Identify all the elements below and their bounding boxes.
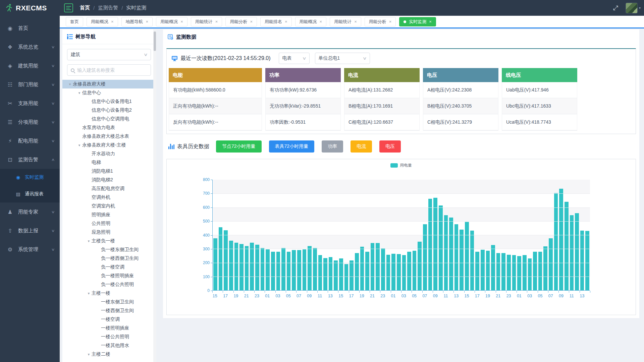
sidebar-item-配电用能[interactable]: ⚡配电用能∨ [0,131,60,150]
usage-bar[interactable] [413,251,417,290]
sidebar-item-系统总览[interactable]: ❖系统总览∨ [0,38,60,56]
usage-bar[interactable] [276,252,280,291]
tree-node-公共照明[interactable]: 公共照明 [62,219,156,228]
sidebar-item-部门用能[interactable]: ☷部门用能∨ [0,75,60,94]
usage-bar[interactable] [287,252,291,291]
usage-bar[interactable] [465,222,469,290]
tree-node-应急照明[interactable]: 应急照明 [62,228,156,237]
meter-type-select[interactable]: 电表 ∨ [279,53,310,64]
usage-bar[interactable] [213,238,217,290]
usage-bar[interactable] [329,257,333,290]
usage-bar[interactable] [371,243,375,290]
tree-expand-caret-icon[interactable]: ▾ [86,352,92,357]
tree-expand-caret-icon[interactable]: ▾ [76,91,82,95]
tree-node-空调外机[interactable]: 空调外机 [62,193,156,202]
usage-bar[interactable] [229,241,233,291]
usage-bar[interactable] [496,253,500,290]
usage-bar[interactable] [554,193,558,290]
tree-node-信息中心设备用电2[interactable]: 信息中心设备用电2 [62,106,156,115]
tree-expand-caret-icon[interactable]: ▾ [67,82,73,86]
tree-node-消防电梯2[interactable]: 消防电梯2 [62,176,156,184]
tab-用能概况[interactable]: 用能概况× [87,17,118,26]
tree-node-电梯[interactable]: 电梯 [62,158,156,167]
sidebar-subitem-实时监测[interactable]: ◉实时监测 [0,169,60,186]
tree-node-空调室内机[interactable]: 空调室内机 [62,202,156,210]
usage-bar[interactable] [360,247,364,290]
tab-close-icon[interactable]: × [250,19,253,24]
usage-bar[interactable] [323,258,327,290]
tab-地图导航[interactable]: 地图导航× [121,17,153,26]
tab-close-icon[interactable]: × [111,19,114,24]
tab-close-icon[interactable]: × [429,19,432,24]
usage-bar[interactable] [549,238,553,290]
tab-实时监测[interactable]: 实时监测× [399,17,436,26]
usage-bar[interactable] [350,260,354,290]
usage-bar[interactable] [407,252,411,291]
tab-close-icon[interactable]: × [389,19,392,24]
usage-bar[interactable] [470,231,474,290]
usage-bar[interactable] [517,256,521,290]
tree-node-主楼负一楼[interactable]: ▾主楼负一楼 [62,237,156,245]
avatar[interactable] [626,3,638,13]
sidebar-item-用能专家[interactable]: ♟用能专家∨ [0,202,60,221]
tree-node-负一楼西侧卫生间[interactable]: 负一楼西侧卫生间 [62,254,156,263]
tree-expand-caret-icon[interactable]: ▾ [86,239,92,243]
tree-node-照明插座[interactable]: 照明插座 [62,210,156,219]
history-button-功率[interactable]: 功率 [322,140,343,153]
tree-scrollbar[interactable] [153,29,156,362]
usage-bar[interactable] [460,230,464,290]
tab-用能概况[interactable]: 用能概况× [295,17,327,26]
sidebar-item-支路用能[interactable]: ✂支路用能∨ [0,94,60,113]
tree-scrollbar-thumb[interactable] [154,32,156,51]
usage-bar[interactable] [575,213,579,290]
history-button-电流[interactable]: 电流 [351,140,372,153]
usage-bar[interactable] [501,253,505,290]
building-category-select[interactable]: 建筑 ∨ [67,49,151,60]
tab-close-icon[interactable]: × [180,19,183,24]
usage-bar[interactable] [297,250,301,290]
collapse-menu-icon[interactable] [64,3,73,12]
tab-close-icon[interactable]: × [285,19,287,24]
tab-用能概况[interactable]: 用能概况× [156,17,187,26]
usage-bar[interactable] [454,224,459,290]
usage-bar[interactable] [245,246,249,290]
tree-node-信息中心空调用电[interactable]: 信息中心空调用电 [62,115,156,123]
usage-bar[interactable] [559,189,563,290]
breadcrumb-item[interactable]: 首页 [80,5,90,11]
tab-close-icon[interactable]: × [354,19,357,24]
sidebar-item-数据上报[interactable]: ⇧数据上报∨ [0,221,60,240]
usage-bar[interactable] [281,248,285,290]
history-button-电压[interactable]: 电压 [379,140,401,153]
tree-node-永修县政府大楼总水表[interactable]: 永修县政府大楼总水表 [62,132,156,141]
tree-node-一楼公共照明[interactable]: 一楼公共照明 [62,333,156,341]
usage-bar[interactable] [475,252,479,291]
usage-bar[interactable] [449,218,453,290]
usage-bar[interactable] [271,252,275,291]
usage-bar[interactable] [491,245,495,290]
tree-node-水泵房动力电表[interactable]: 水泵房动力电表 [62,123,156,132]
usage-bar[interactable] [292,250,296,290]
tab-close-icon[interactable]: × [146,19,149,24]
tree-node-负一楼东侧卫生间[interactable]: 负一楼东侧卫生间 [62,245,156,254]
usage-bar[interactable] [313,248,317,290]
tree-node-负一楼空调[interactable]: 负一楼空调 [62,263,156,272]
tab-用能统计[interactable]: 用能统计× [191,17,222,26]
usage-bar[interactable] [486,251,490,290]
usage-bar[interactable] [507,255,511,290]
tree-node-一楼其他用水[interactable]: 一楼其他用水 [62,341,156,350]
usage-bar[interactable] [538,252,542,291]
chart-legend[interactable]: 用电量 [167,163,636,168]
breadcrumb-item[interactable]: 监测告警 [98,5,118,11]
tree-node-一楼东侧卫生间[interactable]: 一楼东侧卫生间 [62,298,156,306]
usage-bar[interactable] [565,202,569,290]
sidebar-item-首页[interactable]: ◉首页 [0,19,60,38]
usage-bar[interactable] [570,215,574,290]
tab-close-icon[interactable]: × [320,19,322,24]
usage-bar[interactable] [512,255,516,290]
tree-node-高压配电房空调[interactable]: 高压配电房空调 [62,184,156,193]
usage-bar[interactable] [585,231,589,290]
usage-bar[interactable] [255,245,259,290]
sidebar-item-监测告警[interactable]: ⊡监测告警∧ [0,150,60,169]
usage-bar[interactable] [224,230,228,290]
tree-node-永修县政府大楼[interactable]: ▾永修县政府大楼 [62,80,156,88]
